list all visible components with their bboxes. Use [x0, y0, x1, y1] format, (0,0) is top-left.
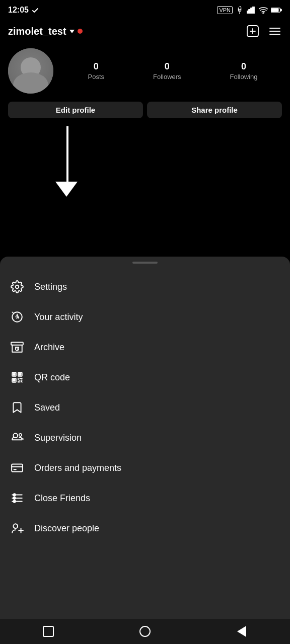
share-profile-button[interactable]: Share profile — [147, 102, 282, 118]
menu-item-saved[interactable]: Saved — [0, 392, 290, 423]
signal-check-icon — [32, 7, 39, 14]
header-icons — [246, 24, 282, 38]
sheet-handle — [132, 262, 158, 264]
settings-label: Settings — [34, 282, 67, 292]
home-button[interactable] — [135, 621, 155, 641]
menu-item-supervision[interactable]: Supervision — [0, 423, 290, 453]
discover-people-label: Discover people — [34, 523, 99, 534]
posts-label: Posts — [88, 73, 104, 80]
svg-rect-27 — [13, 379, 15, 381]
followers-stat[interactable]: 0 Followers — [153, 61, 181, 80]
your-activity-label: Your activity — [34, 312, 83, 323]
menu-item-settings[interactable]: Settings — [0, 272, 290, 302]
svg-rect-19 — [11, 342, 23, 345]
svg-rect-25 — [13, 373, 15, 375]
header: zimolet_test — [0, 20, 290, 42]
supervision-label: Supervision — [34, 433, 82, 443]
followers-label: Followers — [153, 73, 181, 80]
profile-section: 0 Posts 0 Followers 0 Following Edit pro… — [0, 42, 290, 126]
following-stat[interactable]: 0 Following — [230, 61, 258, 80]
svg-rect-1 — [247, 11, 248, 14]
following-count: 0 — [241, 61, 246, 72]
notification-dot — [78, 29, 83, 34]
close-friends-label: Close Friends — [34, 493, 90, 504]
profile-info: 0 Posts 0 Followers 0 Following — [8, 48, 282, 94]
vpn-label: VPN — [217, 6, 233, 14]
close-friends-icon — [10, 491, 24, 505]
svg-rect-36 — [12, 464, 23, 471]
archive-label: Archive — [34, 342, 64, 353]
avatar[interactable] — [8, 48, 53, 94]
svg-rect-7 — [280, 9, 282, 11]
menu-item-close-friends[interactable]: Close Friends — [0, 483, 290, 513]
svg-point-16 — [16, 285, 19, 289]
posts-stat[interactable]: 0 Posts — [88, 61, 104, 80]
posts-count: 0 — [94, 61, 99, 72]
arrow-section — [0, 126, 290, 207]
menu-item-orders-payments[interactable]: Orders and payments — [0, 453, 290, 483]
menu-list: Settings Your activity — [0, 268, 290, 547]
profile-buttons: Edit profile Share profile — [8, 102, 282, 118]
new-post-button[interactable] — [246, 24, 260, 38]
archive-icon — [10, 340, 24, 354]
username-label: zimolet_test — [8, 26, 66, 37]
svg-point-5 — [263, 13, 264, 14]
saved-label: Saved — [34, 403, 60, 413]
svg-point-43 — [13, 497, 15, 499]
edit-profile-button[interactable]: Edit profile — [8, 102, 143, 118]
followers-count: 0 — [165, 61, 170, 72]
signal-bars-icon — [247, 7, 256, 14]
menu-item-your-activity[interactable]: Your activity — [0, 302, 290, 332]
back-button[interactable] — [232, 621, 252, 641]
svg-point-42 — [13, 494, 15, 496]
following-label: Following — [230, 73, 258, 80]
svg-rect-2 — [249, 10, 250, 14]
svg-point-35 — [19, 434, 22, 436]
supervision-icon — [10, 431, 24, 445]
status-time: 12:05 — [8, 6, 39, 15]
saved-icon — [10, 400, 24, 415]
menu-item-discover-people[interactable]: Discover people — [0, 513, 290, 543]
profile-stats: 0 Posts 0 Followers 0 Following — [63, 61, 282, 80]
activity-icon — [10, 310, 24, 324]
settings-icon — [10, 280, 24, 294]
arrow-graphic — [55, 126, 78, 197]
qr-code-icon — [10, 370, 24, 384]
nav-bar — [0, 619, 290, 644]
discover-icon — [10, 521, 24, 535]
chevron-down-icon[interactable] — [69, 30, 75, 33]
orders-icon — [10, 461, 24, 475]
svg-rect-3 — [251, 8, 252, 14]
svg-text:41: 41 — [271, 9, 274, 12]
status-icons: VPN 41 — [217, 6, 282, 14]
svg-point-45 — [13, 524, 18, 528]
username-row: zimolet_test — [8, 26, 83, 37]
wifi-icon — [259, 7, 268, 14]
svg-rect-26 — [19, 373, 21, 375]
recent-apps-button[interactable] — [38, 621, 58, 641]
hamburger-menu-button[interactable] — [268, 24, 282, 38]
qr-code-label: QR code — [34, 372, 70, 383]
status-bar: 12:05 VPN — [0, 0, 290, 20]
svg-point-44 — [13, 500, 15, 502]
svg-rect-4 — [253, 7, 254, 14]
menu-item-archive[interactable]: Archive — [0, 332, 290, 362]
mute-icon — [236, 6, 244, 14]
menu-item-qr-code[interactable]: QR code — [0, 362, 290, 392]
battery-icon: 41 — [271, 7, 282, 13]
orders-payments-label: Orders and payments — [34, 463, 121, 473]
svg-line-33 — [22, 381, 22, 382]
bottom-sheet: Settings Your activity — [0, 257, 290, 619]
